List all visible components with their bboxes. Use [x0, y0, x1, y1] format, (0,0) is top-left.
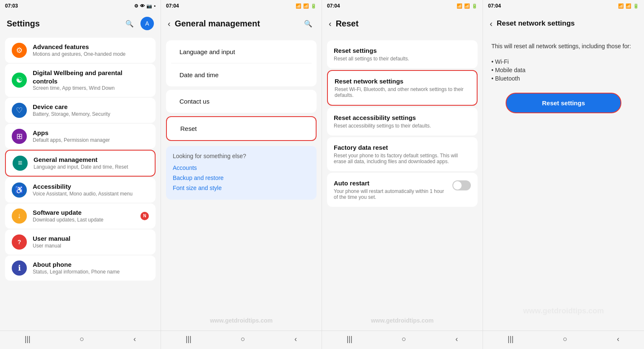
settings-list: ⚙ Advanced features Motions and gestures…: [0, 35, 161, 331]
auto-restart-toggle[interactable]: [452, 180, 471, 190]
auto-restart-subtitle: Your phone will restart automatically wi…: [334, 188, 448, 200]
reset-network-content: This will reset all network settings, in…: [483, 35, 644, 331]
reset-list: Reset settings Reset all settings to the…: [322, 35, 483, 331]
apps-title: Apps: [33, 129, 149, 137]
signal-icon-2: 📶: [303, 3, 309, 9]
reset-item-factory[interactable]: Factory data reset Reset your phone to i…: [327, 137, 478, 171]
list-item-date-time[interactable]: Date and time: [171, 64, 312, 86]
reset-settings-button[interactable]: Reset settings: [506, 93, 621, 113]
digital-wellbeing-title: Digital Wellbeing and parental controls: [33, 69, 149, 85]
settings-item-software-update[interactable]: ↓ Software update Download updates, Last…: [5, 203, 156, 229]
nav-back-3[interactable]: ‹: [449, 331, 465, 347]
nav-back-4[interactable]: ‹: [610, 331, 626, 347]
status-icons-1: ⚙ 👁 📷 •: [134, 3, 156, 9]
digital-wellbeing-icon: ☯: [12, 73, 27, 88]
software-update-title: Software update: [33, 208, 135, 217]
advanced-features-icon: ⚙: [12, 43, 27, 58]
reset-item-settings[interactable]: Reset settings Reset all settings to the…: [327, 40, 478, 68]
status-bar-3: 07:04 📶 📶 🔋: [322, 0, 483, 12]
settings-item-advanced-features[interactable]: ⚙ Advanced features Motions and gestures…: [5, 38, 156, 63]
accessibility-title: Accessibility: [33, 182, 149, 191]
factory-reset-title: Factory data reset: [334, 144, 471, 151]
apps-icon: ⊞: [12, 129, 27, 144]
wifi-icon-4: 📶: [618, 3, 624, 9]
status-time-2: 07:04: [166, 3, 179, 9]
link-backup[interactable]: Backup and restore: [173, 173, 310, 183]
link-font[interactable]: Font size and style: [173, 183, 310, 193]
link-accounts[interactable]: Accounts: [173, 163, 310, 173]
battery-icon-2: 🔋: [311, 3, 317, 9]
search-button[interactable]: 🔍: [123, 17, 136, 30]
status-bar-1: 07:03 ⚙ 👁 📷 •: [0, 0, 161, 12]
user-avatar[interactable]: A: [140, 17, 154, 30]
settings-item-device-care[interactable]: ♡ Device care Battery, Storage, Memory, …: [5, 98, 156, 123]
reset-header-title: Reset: [336, 19, 476, 29]
search-button-2[interactable]: 🔍: [301, 17, 315, 30]
looking-title: Looking for something else?: [173, 153, 310, 159]
panel-reset: 07:04 📶 📶 🔋 ‹ Reset Reset settings Reset…: [322, 0, 483, 349]
status-bar-4: 07:04 📶 📶 🔋: [483, 0, 644, 12]
reset-accessibility-title: Reset accessibility settings: [334, 114, 471, 121]
advanced-features-title: Advanced features: [33, 43, 149, 51]
accessibility-subtitle: Voice Assistant, Mono audio, Assistant m…: [33, 191, 149, 198]
software-update-badge: N: [140, 212, 149, 220]
looking-for-section: Looking for something else? Accounts Bac…: [166, 146, 317, 200]
status-bar-2: 07:04 📶 📶 🔋: [161, 0, 322, 12]
bottom-nav-1: ||| ○ ‹: [0, 331, 161, 349]
nav-recents-3[interactable]: |||: [340, 331, 359, 347]
nav-recents-1[interactable]: |||: [18, 331, 37, 347]
status-time-1: 07:03: [5, 3, 18, 9]
device-care-icon: ♡: [12, 103, 27, 118]
software-update-icon: ↓: [12, 208, 27, 224]
reset-item-accessibility[interactable]: Reset accessibility settings Reset acces…: [327, 107, 478, 135]
list-item-language[interactable]: Language and input: [171, 41, 312, 63]
nav-back-2[interactable]: ‹: [288, 331, 304, 347]
bottom-nav-4: ||| ○ ‹: [483, 331, 644, 349]
about-phone-subtitle: Status, Legal information, Phone name: [33, 269, 149, 276]
nav-recents-2[interactable]: |||: [179, 331, 198, 347]
back-button-2[interactable]: ‹: [168, 19, 171, 29]
status-icons-2: 📶 📶 🔋: [296, 3, 317, 9]
settings-item-accessibility[interactable]: ♿ Accessibility Voice Assistant, Mono au…: [5, 177, 156, 203]
signal-icon-4: 📶: [626, 3, 631, 9]
settings-header: Settings 🔍 A: [0, 12, 161, 35]
reset-header: ‹ Reset: [322, 12, 483, 35]
list-item-reset[interactable]: Reset: [172, 117, 311, 140]
reset-item-network[interactable]: Reset network settings Reset Wi-Fi, Blue…: [327, 70, 478, 106]
general-management-header: ‹ General management 🔍: [161, 12, 322, 35]
nav-home-3[interactable]: ○: [395, 331, 413, 347]
general-management-icon: ≡: [13, 156, 28, 171]
nav-recents-4[interactable]: |||: [501, 331, 520, 347]
reset-item-auto-restart[interactable]: Auto restart Your phone will restart aut…: [327, 173, 478, 207]
back-button-3[interactable]: ‹: [329, 19, 332, 29]
nav-home-4[interactable]: ○: [556, 331, 574, 347]
apps-subtitle: Default apps, Permission manager: [33, 137, 149, 144]
reset-network-subtitle: Reset Wi-Fi, Bluetooth, and other networ…: [335, 86, 470, 98]
general-management-list: Language and input Date and time Contact…: [161, 35, 322, 331]
settings-item-digital-wellbeing[interactable]: ☯ Digital Wellbeing and parental control…: [5, 64, 156, 97]
software-update-subtitle: Download updates, Last update: [33, 217, 135, 224]
status-icons-3: 📶 📶 🔋: [457, 3, 478, 9]
about-phone-icon: ℹ: [12, 260, 27, 276]
panel-reset-network: 07:04 📶 📶 🔋 ‹ Reset network settings Thi…: [483, 0, 644, 349]
settings-item-user-manual[interactable]: ? User manual User manual: [5, 229, 156, 255]
status-time-4: 07:04: [488, 3, 501, 9]
settings-item-about-phone[interactable]: ℹ About phone Status, Legal information,…: [5, 255, 156, 281]
back-button-4[interactable]: ‹: [490, 19, 493, 29]
list-item-contact[interactable]: Contact us: [171, 90, 312, 112]
device-care-subtitle: Battery, Storage, Memory, Security: [33, 111, 149, 118]
nav-back-1[interactable]: ‹: [127, 331, 143, 347]
settings-item-apps[interactable]: ⊞ Apps Default apps, Permission manager: [5, 124, 156, 149]
settings-item-general-management[interactable]: ≡ General management Language and input,…: [5, 150, 156, 177]
nav-home-2[interactable]: ○: [234, 331, 252, 347]
reset-settings-subtitle: Reset all settings to their defaults.: [334, 56, 471, 62]
status-icons-4: 📶 📶 🔋: [618, 3, 639, 9]
panel-general-management: 07:04 📶 📶 🔋 ‹ General management 🔍 Langu…: [161, 0, 322, 349]
dot-icon: •: [154, 3, 156, 8]
user-manual-subtitle: User manual: [33, 243, 149, 250]
user-manual-title: User manual: [33, 234, 149, 243]
nav-home-1[interactable]: ○: [73, 331, 91, 347]
settings-title: Settings: [7, 19, 119, 29]
accessibility-icon: ♿: [12, 182, 27, 198]
reset-accessibility-subtitle: Reset accessibility settings to their de…: [334, 123, 471, 129]
